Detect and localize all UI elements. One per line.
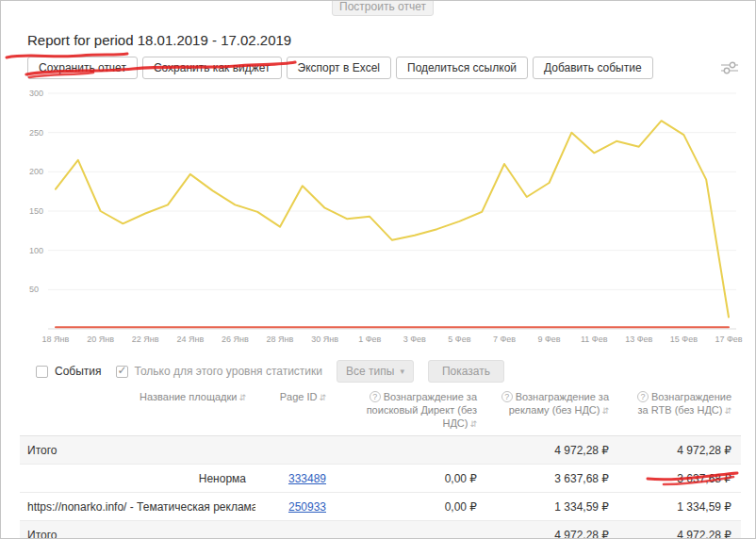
report-page: Построить отчет Report for period 18.01.… [0,0,756,539]
page-id-link[interactable]: 250933 [288,500,326,514]
svg-text:5 Фев: 5 Фев [448,335,470,344]
platforms-revenue-table: Название площадки⇵ Page ID⇵ ?Вознагражде… [20,385,741,539]
platform-name-cell: Ненорма [20,465,255,492]
svg-text:3 Фев: 3 Фев [403,335,426,344]
ads-revenue-cell: 3 637,68 ₽ [486,465,618,492]
events-checkbox[interactable]: События [36,365,102,378]
sort-icon[interactable]: ⇵ [724,406,731,416]
chart-settings-sliders-icon[interactable] [720,60,739,75]
only-this-level-label: Только для этого уровня статистики [135,365,322,378]
ads-revenue-cell: 4 972,28 ₽ [486,436,618,464]
svg-text:150: 150 [29,206,43,216]
toolbar: Сохранить отчет Сохранить как виджет Экс… [27,57,653,79]
events-checkbox-label: События [55,365,102,378]
chart-svg: 5010015020025030018 Янв20 Янв22 Янв24 Ян… [14,82,744,350]
svg-text:300: 300 [29,89,43,98]
page-id-cell: 333489 [255,465,336,492]
svg-text:9 Фев: 9 Фев [538,335,561,344]
sort-icon[interactable]: ⇵ [319,393,326,402]
svg-text:200: 200 [29,167,43,176]
svg-text:13 Фев: 13 Фев [625,335,652,344]
column-header-search-direct[interactable]: ?Вознаграждение за поисковый Директ (без… [336,385,486,435]
svg-text:7 Фев: 7 Фев [493,335,516,344]
rtb-revenue-cell: 4 972,28 ₽ [618,521,741,539]
svg-text:1 Фев: 1 Фев [358,335,381,344]
share-link-button[interactable]: Поделиться ссылкой [396,57,528,79]
svg-text:11 Фев: 11 Фев [581,335,608,344]
column-header-platform-name[interactable]: Название площадки⇵ [20,385,255,435]
events-filter-bar: События ✓ Только для этого уровня статис… [36,360,504,383]
rtb-revenue-cell: 3 637,68 ₽ [618,465,741,492]
sort-icon[interactable]: ⇵ [601,406,609,416]
chevron-down-icon: ▾ [400,367,404,376]
page-id-cell: 250933 [255,493,336,520]
page-id-cell [255,436,336,464]
svg-text:18 Янв: 18 Янв [42,335,70,344]
table-row: https://nonarko.info/ - Тематическая рек… [20,493,741,521]
platform-name-cell: https://nonarko.info/ - Тематическая рек… [20,493,255,520]
sort-icon[interactable]: ⇵ [469,419,477,429]
column-header-ads-revenue[interactable]: ?Вознаграждение за рекламу (без НДС)⇵ [486,385,618,435]
column-header-page-id[interactable]: Page ID⇵ [255,385,336,435]
search-direct-cell: 0,00 ₽ [336,465,486,492]
search-direct-cell [336,521,486,539]
column-header-rtb-revenue[interactable]: ?Вознаграждение за RTB (без НДС)⇵ [618,385,741,435]
svg-text:250: 250 [29,128,43,138]
search-direct-cell [336,436,486,464]
svg-text:50: 50 [29,285,39,294]
save-as-widget-button[interactable]: Сохранить как виджет [142,57,282,79]
export-excel-button[interactable]: Экспорт в Excel [287,57,391,79]
svg-text:30 Янв: 30 Янв [311,335,338,344]
show-button[interactable]: Показать [428,360,504,383]
svg-text:15 Фев: 15 Фев [670,335,698,344]
check-icon: ✓ [118,364,127,377]
save-report-button[interactable]: Сохранить отчет [27,57,138,79]
info-icon[interactable]: ? [370,391,381,402]
page-id-cell [255,521,336,539]
total-label: Итого [20,436,255,464]
event-types-dropdown-value: Все типы [346,365,394,378]
table-row-total-bottom: Итого 4 972,28 ₽ 4 972,28 ₽ [20,521,741,539]
only-this-level-checkbox[interactable]: ✓ Только для этого уровня статистики [116,365,322,378]
event-types-dropdown[interactable]: Все типы ▾ [337,360,414,383]
ads-revenue-cell: 1 334,59 ₽ [486,493,618,520]
total-label: Итого [20,521,255,539]
svg-text:20 Янв: 20 Янв [87,335,114,344]
ads-revenue-cell: 4 972,28 ₽ [486,521,618,539]
build-report-button[interactable]: Построить отчет [332,0,434,16]
table-row: Ненорма 333489 0,00 ₽ 3 637,68 ₽ 3 637,6… [20,465,741,493]
table-header-row: Название площадки⇵ Page ID⇵ ?Вознагражде… [20,385,741,436]
checkbox-checked-icon[interactable]: ✓ [116,366,128,378]
svg-text:26 Янв: 26 Янв [222,335,249,344]
info-icon[interactable]: ? [637,391,649,402]
svg-text:100: 100 [29,246,43,255]
add-event-button[interactable]: Добавить событие [533,57,653,79]
svg-text:17 Фев: 17 Фев [715,335,742,344]
info-icon[interactable]: ? [501,391,513,402]
rtb-revenue-cell: 4 972,28 ₽ [618,436,741,464]
svg-text:24 Янв: 24 Янв [176,335,204,344]
table-row-total-top: Итого 4 972,28 ₽ 4 972,28 ₽ [20,436,741,465]
page-title: Report for period 18.01.2019 - 17.02.201… [27,32,291,48]
page-id-link[interactable]: 333489 [288,472,326,485]
svg-text:28 Янв: 28 Янв [267,335,294,344]
search-direct-cell: 0,00 ₽ [336,493,486,520]
rtb-revenue-cell: 1 334,59 ₽ [618,493,741,520]
svg-text:22 Янв: 22 Янв [132,335,159,344]
revenue-line-chart: 5010015020025030018 Янв20 Янв22 Янв24 Ян… [14,82,744,350]
checkbox-unchecked-icon[interactable] [36,366,48,378]
sort-icon[interactable]: ⇵ [238,393,246,402]
